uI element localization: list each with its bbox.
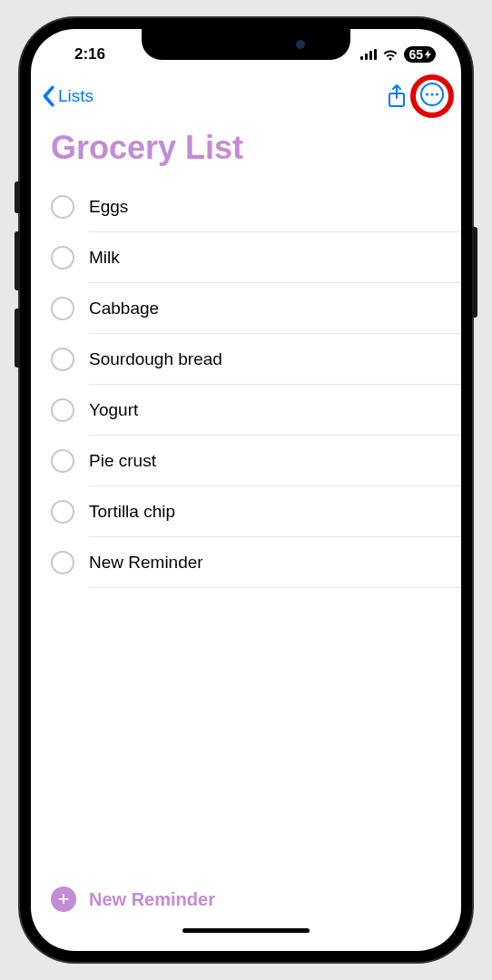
chevron-left-icon: [40, 85, 56, 107]
screen: 2:16 65 Lists: [31, 29, 461, 951]
reminder-text[interactable]: Pie crust: [89, 436, 461, 486]
reminder-text[interactable]: Eggs: [89, 181, 461, 232]
checkbox-icon[interactable]: [51, 398, 74, 422]
checkbox-icon[interactable]: [51, 551, 74, 574]
status-time: 2:16: [56, 45, 105, 64]
plus-circle-icon: +: [51, 887, 76, 912]
back-button[interactable]: Lists: [40, 85, 93, 107]
reminder-text[interactable]: New Reminder: [89, 537, 461, 588]
reminder-item[interactable]: Sourdough bread: [31, 334, 461, 385]
checkbox-icon[interactable]: [51, 348, 74, 371]
reminder-item[interactable]: New Reminder: [31, 537, 461, 588]
share-button[interactable]: [387, 83, 407, 109]
checkbox-icon[interactable]: [51, 297, 74, 320]
list-title: Grocery List: [31, 118, 461, 181]
reminders-list: Eggs Milk Cabbage Sourdough bread Yogurt…: [31, 181, 461, 588]
camera-dot: [296, 40, 305, 49]
share-icon: [387, 83, 407, 109]
reminder-item[interactable]: Eggs: [31, 181, 461, 232]
new-reminder-button[interactable]: + New Reminder: [51, 877, 441, 921]
phone-side-buttons-left: [15, 181, 20, 386]
more-options-button[interactable]: [419, 82, 445, 111]
reminder-item[interactable]: Tortilla chip: [31, 486, 461, 537]
reminder-text[interactable]: Milk: [89, 232, 461, 283]
ellipsis-circle-icon: [419, 82, 445, 107]
reminder-text[interactable]: Tortilla chip: [89, 486, 461, 537]
phone-frame: 2:16 65 Lists: [20, 18, 472, 962]
reminder-item[interactable]: Cabbage: [31, 283, 461, 334]
reminder-item[interactable]: Pie crust: [31, 436, 461, 486]
battery-indicator: 65: [404, 46, 436, 63]
reminder-text[interactable]: Yogurt: [89, 385, 461, 436]
footer: + New Reminder: [31, 877, 461, 951]
phone-side-buttons-right: [472, 227, 477, 318]
battery-level: 65: [408, 47, 423, 62]
reminder-text[interactable]: Cabbage: [89, 283, 461, 334]
cellular-signal-icon: [360, 49, 377, 60]
checkbox-icon[interactable]: [51, 246, 74, 270]
checkbox-icon[interactable]: [51, 195, 74, 219]
svg-point-4: [436, 93, 438, 95]
reminder-item[interactable]: Yogurt: [31, 385, 461, 436]
wifi-icon: [382, 49, 399, 61]
back-label: Lists: [58, 86, 93, 106]
svg-point-3: [430, 93, 433, 95]
reminder-text[interactable]: Sourdough bread: [89, 334, 461, 385]
svg-point-2: [426, 93, 428, 95]
reminder-item[interactable]: Milk: [31, 232, 461, 283]
new-reminder-label: New Reminder: [89, 889, 215, 910]
navigation-bar: Lists: [31, 74, 461, 118]
home-indicator[interactable]: [182, 928, 310, 933]
checkbox-icon[interactable]: [51, 449, 74, 473]
notch: [142, 29, 350, 60]
checkbox-icon[interactable]: [51, 500, 74, 524]
